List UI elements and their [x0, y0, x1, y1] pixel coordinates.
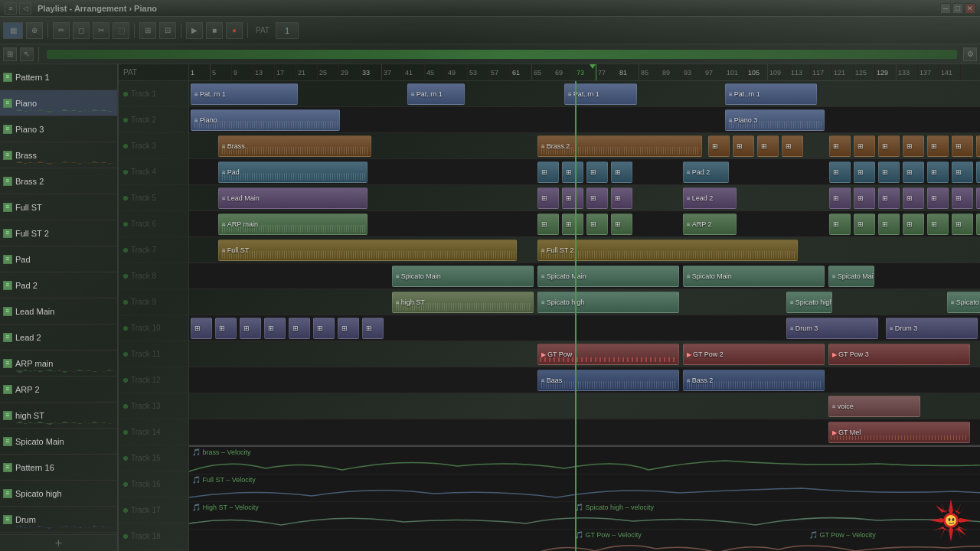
clip-lead-s10[interactable]: ⊞ — [952, 187, 973, 209]
clip-spicatohigh1[interactable]: ≡Spicato high — [537, 292, 679, 313]
clip-lead-s4[interactable]: ⊞ — [611, 187, 632, 209]
clip-gtpow2[interactable]: ▶ GT Pow 2 — [683, 344, 825, 365]
clip-arp-s11[interactable]: ⊞ — [976, 214, 980, 235]
clip-lead-s3[interactable]: ⊞ — [586, 187, 608, 209]
clip-drum-s3[interactable]: ⊞ — [240, 318, 261, 339]
track-item-pattern1[interactable]: ≡ Pattern 1 — [0, 64, 117, 90]
clip-brass-s11[interactable]: ⊞ — [976, 135, 980, 157]
clip-arpmain[interactable]: ≡ARP main — [218, 214, 368, 235]
clip-drum-s2[interactable]: ⊞ — [215, 318, 237, 339]
track-item-leadmain[interactable]: ≡ Lead Main — [0, 298, 117, 324]
clip-arp-s6[interactable]: ⊞ — [854, 214, 875, 235]
clip-brass-1[interactable]: ≡Brass — [218, 135, 371, 157]
clip-brass2[interactable]: ≡Brass 2 — [537, 135, 702, 157]
clip-arp-s7[interactable]: ⊞ — [878, 214, 900, 235]
clip-arp-s5[interactable]: ⊞ — [829, 214, 851, 235]
clip-lead-s5[interactable]: ⊞ — [829, 187, 851, 209]
clip-spicatohigh3[interactable]: ≡Spicato high — [947, 292, 980, 313]
clip-pad-s7[interactable]: ⊞ — [878, 161, 900, 183]
clip-fullst[interactable]: ≡Full ST — [218, 240, 517, 261]
track-item-brass[interactable]: ≡ Brass — [0, 142, 117, 168]
clip-brass-s7[interactable]: ⊞ — [878, 135, 900, 157]
track-item-fullst[interactable]: ≡ Full ST — [0, 194, 117, 220]
clip-pad-s11[interactable]: ⊞ — [976, 161, 980, 183]
clip-drum3-1[interactable]: ≡Drum 3 — [786, 318, 878, 339]
clip-brass-s3[interactable]: ⊞ — [757, 135, 779, 157]
clip-pad-s3[interactable]: ⊞ — [586, 161, 608, 183]
clip-bass1[interactable]: ≡Baas — [537, 370, 679, 391]
clip-piano-1[interactable]: ≡Piano — [191, 109, 340, 131]
clip-arp-s4[interactable]: ⊞ — [611, 214, 632, 235]
track-item-drum[interactable]: ≡ Drum — [0, 507, 117, 533]
clip-pad-s4[interactable]: ⊞ — [611, 161, 632, 183]
track-item-arp2[interactable]: ≡ ARP 2 — [0, 377, 117, 403]
track-item-pattern16[interactable]: ≡ Pattern 16 — [0, 455, 117, 481]
clip-pad-1[interactable]: ≡Pad — [218, 161, 368, 183]
track-item-lead2[interactable]: ≡ Lead 2 — [0, 324, 117, 350]
clip-arp-s3[interactable]: ⊞ — [586, 214, 608, 235]
clip-leadmain[interactable]: ≡Lead Main — [218, 187, 368, 209]
clip-arp-s9[interactable]: ⊞ — [927, 214, 949, 235]
clip-pad-s6[interactable]: ⊞ — [854, 161, 875, 183]
clip-gtpow1[interactable]: ▶ GT Pow — [537, 344, 679, 365]
clip-lead-s11[interactable]: ⊞ — [976, 187, 980, 209]
clip-drum-s1[interactable]: ⊞ — [191, 318, 212, 339]
clip-drum-s5[interactable]: ⊞ — [289, 318, 310, 339]
track-item-highst[interactable]: ≡ high ST — [0, 403, 117, 429]
track-item-spicatomin[interactable]: ≡ Spicato Main — [0, 429, 117, 455]
clip-pad2[interactable]: ≡Pad 2 — [683, 161, 729, 183]
clip-lead-s2[interactable]: ⊞ — [562, 187, 583, 209]
clip-brass-s1[interactable]: ⊞ — [708, 135, 730, 157]
clip-brass-s2[interactable]: ⊞ — [733, 135, 754, 157]
clip-lead-s8[interactable]: ⊞ — [903, 187, 924, 209]
clip-pad-s5[interactable]: ⊞ — [829, 161, 851, 183]
clip-arp2[interactable]: ≡ARP 2 — [683, 214, 737, 235]
track-item-piano[interactable]: ≡ Piano — [0, 90, 117, 116]
track-item-spicatohigh[interactable]: ≡ Spicato high — [0, 481, 117, 507]
track-list-scroll[interactable]: ≡ Pattern 1 ≡ Piano ≡ Piano 3 ≡ Brass — [0, 64, 117, 534]
clip-pad-s2[interactable]: ⊞ — [562, 161, 583, 183]
clip-arp-s10[interactable]: ⊞ — [952, 214, 973, 235]
clip-spicatomin1[interactable]: ≡Spicato Main — [392, 266, 534, 287]
clip-canvas[interactable]: ≡Pat..rn 1 ≡Pat..rn 1 ≡Pat..rn 1 ≡Pat..r… — [189, 81, 980, 551]
clip-lead-s7[interactable]: ⊞ — [878, 187, 900, 209]
clip-spicatomin2[interactable]: ≡Spicato Main — [537, 266, 679, 287]
clip-brass-s8[interactable]: ⊞ — [903, 135, 924, 157]
track-item-pad[interactable]: ≡ Pad — [0, 246, 117, 272]
clip-drum-s6[interactable]: ⊞ — [313, 318, 335, 339]
clip-spicatohigh2[interactable]: ≡Spicato high — [786, 292, 832, 313]
clip-piano-2[interactable]: ≡Piano 3 — [725, 109, 825, 131]
clip-spicatomin4[interactable]: ≡Spicato Main — [828, 266, 874, 287]
clip-drum-s4[interactable]: ⊞ — [264, 318, 286, 339]
clip-patrn1-4[interactable]: ≡Pat..rn 1 — [725, 83, 817, 105]
clip-pad-s10[interactable]: ⊞ — [952, 161, 973, 183]
clip-lead-s6[interactable]: ⊞ — [854, 187, 875, 209]
track-item-brass2[interactable]: ≡ Brass 2 — [0, 168, 117, 194]
track-item-arpmain[interactable]: ≡ ARP main — [0, 350, 117, 377]
clip-brass-s9[interactable]: ⊞ — [927, 135, 949, 157]
clip-gtpow3[interactable]: ▶ GT Pow 3 — [828, 344, 970, 365]
track-item-piano3[interactable]: ≡ Piano 3 — [0, 116, 117, 142]
clip-bass2[interactable]: ≡Bass 2 — [683, 370, 825, 391]
clip-fullst2[interactable]: ≡Full ST 2 — [537, 240, 798, 261]
clip-gtmel[interactable]: ▶ GT Mel — [828, 422, 970, 443]
clip-drum3-2[interactable]: ≡Drum 3 — [886, 318, 978, 339]
clip-pad-s9[interactable]: ⊞ — [927, 161, 949, 183]
clip-brass-s6[interactable]: ⊞ — [854, 135, 875, 157]
clip-drum-s8[interactable]: ⊞ — [362, 318, 384, 339]
clip-lead2[interactable]: ≡Lead 2 — [683, 187, 737, 209]
clip-lead-s9[interactable]: ⊞ — [927, 187, 949, 209]
clip-brass-s10[interactable]: ⊞ — [952, 135, 973, 157]
clip-lead-s1[interactable]: ⊞ — [537, 187, 559, 209]
clip-patrn1-3[interactable]: ≡Pat..rn 1 — [564, 83, 637, 105]
clip-arp-s8[interactable]: ⊞ — [903, 214, 924, 235]
clip-arp-s2[interactable]: ⊞ — [562, 214, 583, 235]
track-item-pad2[interactable]: ≡ Pad 2 — [0, 272, 117, 298]
clip-pad-s1[interactable]: ⊞ — [537, 161, 559, 183]
clip-arp-s1[interactable]: ⊞ — [537, 214, 559, 235]
clip-brass-s4[interactable]: ⊞ — [782, 135, 803, 157]
clip-patrn1-1[interactable]: ≡Pat..rn 1 — [191, 83, 298, 105]
clip-patrn1-2[interactable]: ≡Pat..rn 1 — [407, 83, 465, 105]
clip-pad-s8[interactable]: ⊞ — [903, 161, 924, 183]
track-item-fullst2[interactable]: ≡ Full ST 2 — [0, 220, 117, 246]
